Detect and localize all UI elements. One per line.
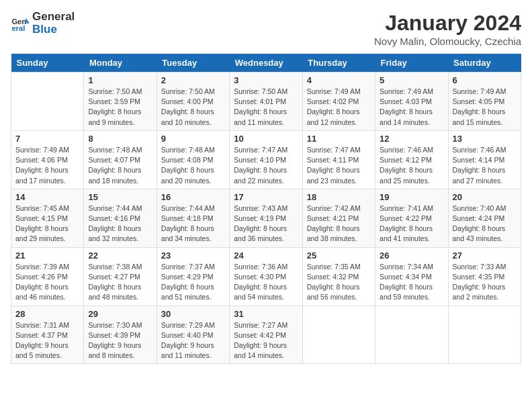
day-cell: 26Sunrise: 7:34 AM Sunset: 4:34 PM Dayli… bbox=[375, 247, 448, 306]
calendar-body: 1Sunrise: 7:50 AM Sunset: 3:59 PM Daylig… bbox=[11, 73, 521, 364]
day-cell: 24Sunrise: 7:36 AM Sunset: 4:30 PM Dayli… bbox=[230, 247, 302, 306]
day-number: 28 bbox=[15, 309, 79, 319]
day-info: Sunrise: 7:34 AM Sunset: 4:34 PM Dayligh… bbox=[380, 262, 443, 303]
day-number: 26 bbox=[380, 250, 443, 261]
day-number: 27 bbox=[453, 250, 517, 261]
day-number: 19 bbox=[380, 192, 443, 202]
main-title: January 2024 bbox=[374, 11, 521, 36]
title-block: January 2024 Novy Malin, Olomoucky, Czec… bbox=[374, 11, 521, 47]
day-cell: 15Sunrise: 7:44 AM Sunset: 4:16 PM Dayli… bbox=[84, 189, 157, 247]
week-row-3: 14Sunrise: 7:45 AM Sunset: 4:15 PM Dayli… bbox=[11, 189, 521, 247]
day-number: 22 bbox=[88, 250, 152, 261]
week-row-2: 7Sunrise: 7:49 AM Sunset: 4:06 PM Daylig… bbox=[11, 130, 521, 189]
day-info: Sunrise: 7:41 AM Sunset: 4:22 PM Dayligh… bbox=[380, 203, 443, 244]
day-info: Sunrise: 7:40 AM Sunset: 4:24 PM Dayligh… bbox=[453, 203, 517, 244]
day-number: 4 bbox=[307, 75, 371, 85]
day-number: 31 bbox=[234, 309, 298, 319]
day-number: 1 bbox=[88, 75, 152, 85]
day-info: Sunrise: 7:50 AM Sunset: 4:00 PM Dayligh… bbox=[161, 87, 225, 128]
day-info: Sunrise: 7:49 AM Sunset: 4:02 PM Dayligh… bbox=[307, 87, 371, 128]
day-number: 13 bbox=[453, 134, 517, 144]
header: Gen eral General Blue January 2024 Novy … bbox=[11, 11, 521, 47]
subtitle: Novy Malin, Olomoucky, Czechia bbox=[374, 36, 521, 47]
day-info: Sunrise: 7:44 AM Sunset: 4:18 PM Dayligh… bbox=[161, 203, 225, 244]
day-cell: 29Sunrise: 7:30 AM Sunset: 4:39 PM Dayli… bbox=[84, 306, 157, 364]
day-info: Sunrise: 7:44 AM Sunset: 4:16 PM Dayligh… bbox=[88, 203, 152, 244]
day-number: 10 bbox=[234, 134, 298, 144]
day-number: 3 bbox=[234, 75, 298, 85]
day-cell: 25Sunrise: 7:35 AM Sunset: 4:32 PM Dayli… bbox=[302, 247, 375, 306]
day-cell: 1Sunrise: 7:50 AM Sunset: 3:59 PM Daylig… bbox=[84, 73, 157, 131]
day-cell: 6Sunrise: 7:49 AM Sunset: 4:05 PM Daylig… bbox=[448, 73, 521, 131]
day-info: Sunrise: 7:46 AM Sunset: 4:12 PM Dayligh… bbox=[380, 145, 443, 186]
day-info: Sunrise: 7:49 AM Sunset: 4:03 PM Dayligh… bbox=[380, 87, 443, 128]
day-info: Sunrise: 7:31 AM Sunset: 4:37 PM Dayligh… bbox=[15, 320, 79, 361]
day-info: Sunrise: 7:47 AM Sunset: 4:10 PM Dayligh… bbox=[234, 145, 298, 186]
day-cell: 30Sunrise: 7:29 AM Sunset: 4:40 PM Dayli… bbox=[157, 306, 229, 364]
week-row-5: 28Sunrise: 7:31 AM Sunset: 4:37 PM Dayli… bbox=[11, 306, 521, 364]
day-info: Sunrise: 7:46 AM Sunset: 4:14 PM Dayligh… bbox=[453, 145, 517, 186]
header-cell-wednesday: Wednesday bbox=[230, 54, 302, 73]
day-info: Sunrise: 7:30 AM Sunset: 4:39 PM Dayligh… bbox=[88, 320, 152, 361]
day-cell: 13Sunrise: 7:46 AM Sunset: 4:14 PM Dayli… bbox=[448, 130, 521, 189]
header-cell-friday: Friday bbox=[375, 54, 448, 73]
day-number: 16 bbox=[161, 192, 225, 202]
header-cell-thursday: Thursday bbox=[302, 54, 375, 73]
day-info: Sunrise: 7:50 AM Sunset: 4:01 PM Dayligh… bbox=[234, 87, 298, 128]
day-cell: 11Sunrise: 7:47 AM Sunset: 4:11 PM Dayli… bbox=[302, 130, 375, 189]
calendar-header-row: SundayMondayTuesdayWednesdayThursdayFrid… bbox=[11, 54, 521, 73]
day-info: Sunrise: 7:38 AM Sunset: 4:27 PM Dayligh… bbox=[88, 262, 152, 303]
logo: Gen eral General Blue bbox=[11, 11, 75, 36]
day-cell bbox=[375, 306, 448, 364]
logo-icon: Gen eral bbox=[11, 14, 30, 33]
day-number: 29 bbox=[88, 309, 152, 319]
day-info: Sunrise: 7:36 AM Sunset: 4:30 PM Dayligh… bbox=[234, 262, 298, 303]
day-cell: 23Sunrise: 7:37 AM Sunset: 4:29 PM Dayli… bbox=[157, 247, 229, 306]
day-number: 6 bbox=[453, 75, 517, 85]
day-number: 21 bbox=[15, 250, 79, 261]
day-number: 20 bbox=[453, 192, 517, 202]
day-number: 9 bbox=[161, 134, 225, 144]
day-info: Sunrise: 7:45 AM Sunset: 4:15 PM Dayligh… bbox=[15, 203, 79, 244]
day-number: 5 bbox=[380, 75, 443, 85]
week-row-1: 1Sunrise: 7:50 AM Sunset: 3:59 PM Daylig… bbox=[11, 73, 521, 131]
day-cell: 4Sunrise: 7:49 AM Sunset: 4:02 PM Daylig… bbox=[302, 73, 375, 131]
day-cell: 21Sunrise: 7:39 AM Sunset: 4:26 PM Dayli… bbox=[11, 247, 84, 306]
day-number: 7 bbox=[15, 134, 79, 144]
day-cell bbox=[302, 306, 375, 364]
day-number: 2 bbox=[161, 75, 225, 85]
day-info: Sunrise: 7:27 AM Sunset: 4:42 PM Dayligh… bbox=[234, 320, 298, 361]
day-info: Sunrise: 7:49 AM Sunset: 4:05 PM Dayligh… bbox=[453, 87, 517, 128]
day-cell: 20Sunrise: 7:40 AM Sunset: 4:24 PM Dayli… bbox=[448, 189, 521, 247]
svg-text:eral: eral bbox=[11, 24, 25, 32]
header-cell-tuesday: Tuesday bbox=[157, 54, 229, 73]
day-cell: 27Sunrise: 7:33 AM Sunset: 4:35 PM Dayli… bbox=[448, 247, 521, 306]
day-info: Sunrise: 7:48 AM Sunset: 4:07 PM Dayligh… bbox=[88, 145, 152, 186]
day-number: 23 bbox=[161, 250, 225, 261]
day-info: Sunrise: 7:47 AM Sunset: 4:11 PM Dayligh… bbox=[307, 145, 371, 186]
day-number: 24 bbox=[234, 250, 298, 261]
day-cell: 16Sunrise: 7:44 AM Sunset: 4:18 PM Dayli… bbox=[157, 189, 229, 247]
day-info: Sunrise: 7:43 AM Sunset: 4:19 PM Dayligh… bbox=[234, 203, 298, 244]
day-cell: 8Sunrise: 7:48 AM Sunset: 4:07 PM Daylig… bbox=[84, 130, 157, 189]
day-info: Sunrise: 7:42 AM Sunset: 4:21 PM Dayligh… bbox=[307, 203, 371, 244]
day-number: 30 bbox=[161, 309, 225, 319]
day-cell: 28Sunrise: 7:31 AM Sunset: 4:37 PM Dayli… bbox=[11, 306, 84, 364]
day-cell: 17Sunrise: 7:43 AM Sunset: 4:19 PM Dayli… bbox=[230, 189, 302, 247]
day-info: Sunrise: 7:29 AM Sunset: 4:40 PM Dayligh… bbox=[161, 320, 225, 361]
header-cell-saturday: Saturday bbox=[448, 54, 521, 73]
day-cell: 12Sunrise: 7:46 AM Sunset: 4:12 PM Dayli… bbox=[375, 130, 448, 189]
day-cell: 31Sunrise: 7:27 AM Sunset: 4:42 PM Dayli… bbox=[230, 306, 302, 364]
day-cell: 9Sunrise: 7:48 AM Sunset: 4:08 PM Daylig… bbox=[157, 130, 229, 189]
day-number: 11 bbox=[307, 134, 371, 144]
day-info: Sunrise: 7:37 AM Sunset: 4:29 PM Dayligh… bbox=[161, 262, 225, 303]
header-cell-monday: Monday bbox=[84, 54, 157, 73]
week-row-4: 21Sunrise: 7:39 AM Sunset: 4:26 PM Dayli… bbox=[11, 247, 521, 306]
day-cell bbox=[11, 73, 84, 131]
calendar-table: SundayMondayTuesdayWednesdayThursdayFrid… bbox=[11, 54, 521, 364]
day-number: 18 bbox=[307, 192, 371, 202]
logo-line1: General bbox=[32, 11, 75, 24]
logo-line2: Blue bbox=[32, 24, 75, 36]
header-cell-sunday: Sunday bbox=[11, 54, 84, 73]
day-cell: 5Sunrise: 7:49 AM Sunset: 4:03 PM Daylig… bbox=[375, 73, 448, 131]
